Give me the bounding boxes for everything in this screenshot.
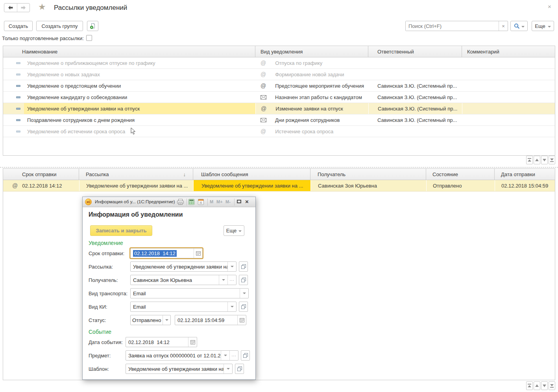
new-document-button[interactable] (87, 21, 98, 31)
dialog-titlebar[interactable]: 1С Информация об у... (1С:Предприятие) 3… (83, 197, 255, 207)
dialog-more-button[interactable]: Еще (224, 225, 244, 236)
dropdown-caret-icon (231, 266, 234, 269)
template-field[interactable]: Уведомление об утверждении заявки на от (126, 364, 233, 374)
table-row[interactable]: Уведомление о новых задачах @Формировани… (3, 69, 555, 80)
titlebar-separator (207, 199, 208, 206)
column-header-state-label: Состояние (432, 171, 458, 177)
row-responsible: Савинская З.Ю. (Системный пр... (377, 83, 457, 89)
column-header-comment[interactable]: Комментарий (462, 46, 555, 57)
column-header-name[interactable]: Наименование (3, 46, 255, 57)
dropdown-caret-icon (243, 293, 246, 296)
transport-field[interactable]: Email (130, 288, 249, 298)
column-header-kind[interactable]: Вид уведомления (255, 46, 368, 57)
recipient-field[interactable]: Савинская Зоя Юрьевна ... (130, 275, 237, 285)
titlebar-separator (234, 199, 235, 206)
item-marker-icon (16, 85, 20, 87)
memory-mminus-button[interactable]: M- (225, 199, 231, 204)
subject-field[interactable]: Заявка на отпуск 000000001 от 12.01.20 .… (126, 350, 238, 361)
table-row[interactable]: Уведомление кандидату о собеседовании На… (3, 92, 555, 103)
row-name: Уведомление о новых задачах (27, 72, 100, 77)
scroll-up-button[interactable] (534, 156, 540, 164)
item-marker-icon (16, 131, 20, 133)
table-row[interactable]: Поздравление сотрудников с днем рождения… (3, 114, 555, 126)
table-row[interactable]: Уведомление об истечении срока опроса @И… (3, 126, 555, 137)
status-date-field[interactable]: 02.12.2018 15:04:59 (175, 315, 246, 325)
queue-table-header: Срок отправки Рассылка↓ Шаблон сообщения… (3, 169, 555, 180)
favorite-star-icon[interactable]: ★ (38, 2, 46, 12)
ki-field[interactable]: Email (130, 302, 237, 312)
maximize-button[interactable] (237, 200, 241, 203)
column-header-responsible[interactable]: Ответственный (368, 46, 462, 57)
dropdown-caret-icon (222, 279, 225, 282)
item-marker-icon (16, 62, 20, 64)
column-header-term-label: Срок отправки (22, 171, 56, 177)
status-dropdown-button[interactable] (163, 315, 170, 325)
template-dropdown-button[interactable] (224, 364, 232, 374)
create-group-button[interactable]: Создать группу (36, 21, 83, 31)
subject-choose-button[interactable]: ... (229, 351, 238, 360)
recipient-choose-button[interactable]: ... (227, 275, 236, 285)
dialog-close-button[interactable]: × (245, 198, 249, 205)
memory-m-button[interactable]: M (210, 199, 213, 204)
table-row[interactable]: Уведомление о предстоящем обучении @Пред… (3, 80, 555, 92)
queue-row-selected[interactable]: @02.12.2018 14:12 Уведомление об утвержд… (3, 180, 555, 191)
search-input[interactable] (406, 21, 499, 31)
scroll-nav-bottom (526, 381, 555, 390)
template-open-button[interactable] (235, 364, 244, 374)
template-value: Уведомление об утверждении заявки на от (128, 366, 224, 372)
search-button[interactable] (510, 21, 528, 31)
mailing-field[interactable]: Уведомление об утверждении заявки на (130, 261, 237, 272)
event-date-label: Дата события: (89, 339, 123, 345)
transport-dropdown-button[interactable] (240, 289, 248, 298)
scroll-up-button[interactable] (534, 381, 540, 390)
subject-open-button[interactable] (241, 350, 250, 361)
mailing-dropdown-button[interactable] (227, 262, 236, 271)
prepared-only-checkbox[interactable] (86, 35, 92, 41)
table-row-selected[interactable]: Уведомление об утверждении заявки на отп… (3, 103, 555, 114)
column-header-sent[interactable]: Дата отправки (495, 169, 555, 180)
queue-state: Отправлено (433, 183, 462, 189)
history-nav (4, 3, 30, 12)
close-icon[interactable]: × (548, 3, 551, 10)
search-clear-button[interactable]: × (499, 21, 508, 31)
back-button[interactable] (4, 4, 17, 12)
scroll-last-button[interactable] (549, 381, 555, 390)
scroll-down-button[interactable] (541, 381, 548, 390)
scroll-first-button[interactable] (526, 156, 533, 164)
scroll-last-button[interactable] (549, 156, 555, 164)
scroll-down-button[interactable] (541, 156, 548, 164)
term-calendar-button[interactable] (194, 248, 202, 258)
column-header-state[interactable]: Состояние (426, 169, 495, 180)
more-button[interactable]: Еще (532, 21, 554, 31)
mailing-open-button[interactable] (239, 261, 248, 272)
event-date-calendar-button[interactable] (188, 337, 197, 347)
calculator-button[interactable] (188, 199, 194, 206)
recipient-dropdown-button[interactable] (219, 275, 227, 285)
event-date-value: 02.12.2018 14:12 (128, 339, 170, 345)
column-header-term[interactable]: Срок отправки (3, 169, 79, 180)
status-date-calendar-button[interactable] (237, 315, 246, 325)
splitter[interactable] (0, 167, 558, 167)
event-date-field[interactable]: 02.12.2018 14:12 (126, 337, 197, 347)
column-header-recipient[interactable]: Получатель (310, 169, 426, 180)
column-header-mailing[interactable]: Рассылка↓ (79, 169, 193, 180)
status-field[interactable]: Отправлено (130, 315, 171, 325)
scroll-first-button[interactable] (526, 381, 533, 390)
new-document-icon (90, 23, 96, 29)
item-marker-icon (16, 108, 20, 110)
column-header-template[interactable]: Шаблон сообщения (193, 169, 310, 180)
memory-mplus-button[interactable]: M+ (216, 199, 223, 204)
forward-button[interactable] (17, 4, 30, 12)
print-button[interactable] (177, 199, 184, 206)
svg-text:31: 31 (200, 201, 203, 204)
table-row[interactable]: Уведомление о приближающемся отпуске по … (3, 57, 555, 69)
term-field[interactable]: 02.12.2018 14:12 (130, 248, 203, 258)
recipient-open-button[interactable] (239, 275, 248, 285)
save-and-close-button[interactable]: Записать и закрыть (90, 225, 152, 236)
subject-dropdown-button[interactable] (221, 351, 229, 360)
ki-dropdown-button[interactable] (227, 302, 236, 311)
calendar-button[interactable]: 31 (198, 199, 204, 206)
row-kind: Отпуска по графику (275, 60, 322, 66)
ki-open-button[interactable] (239, 302, 248, 312)
create-button[interactable]: Создать (4, 21, 33, 31)
